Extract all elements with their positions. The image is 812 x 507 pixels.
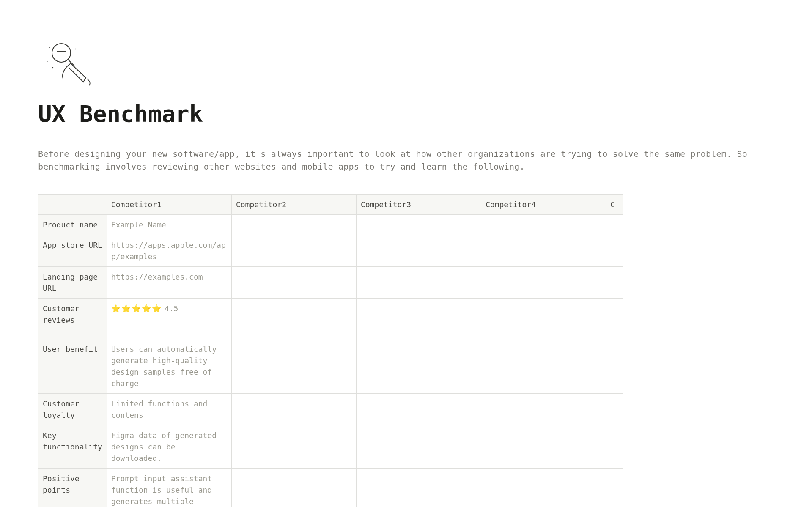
- benchmark-table: Competitor1 Competitor2 Competitor3 Comp…: [38, 194, 623, 507]
- cell[interactable]: [606, 425, 623, 469]
- rating-value: 4.5: [165, 304, 178, 313]
- page-intro: Before designing your new software/app, …: [38, 148, 774, 173]
- cell[interactable]: [606, 299, 623, 330]
- table-row: Landing page URL https://examples.com: [38, 267, 623, 299]
- cell[interactable]: [481, 299, 606, 330]
- cell[interactable]: [481, 425, 606, 469]
- svg-point-6: [52, 67, 53, 68]
- row-label[interactable]: App store URL: [38, 235, 107, 267]
- cell[interactable]: [606, 330, 623, 339]
- table-row: Customer loyalty Limited functions and c…: [38, 394, 623, 425]
- cell[interactable]: [356, 425, 481, 469]
- col-header-competitor4: Competitor4: [481, 195, 606, 215]
- cell[interactable]: Example Name: [107, 215, 231, 235]
- cell[interactable]: Figma data of generated designs can be d…: [107, 425, 231, 469]
- col-header-competitor1: Competitor1: [107, 195, 231, 215]
- table-row: Customer reviews ⭐⭐⭐⭐⭐4.5: [38, 299, 623, 330]
- svg-point-7: [47, 61, 48, 62]
- cell[interactable]: [356, 267, 481, 299]
- cell[interactable]: https://examples.com: [107, 267, 231, 299]
- cell[interactable]: [606, 215, 623, 235]
- cell[interactable]: [231, 299, 356, 330]
- page-icon: [38, 42, 774, 88]
- cell[interactable]: [231, 469, 356, 507]
- table-row: User benefit Users can automatically gen…: [38, 339, 623, 394]
- svg-point-0: [52, 44, 71, 62]
- row-label[interactable]: Customer reviews: [38, 299, 107, 330]
- cell[interactable]: [606, 394, 623, 425]
- table-row: App store URL https://apps.apple.com/app…: [38, 235, 623, 267]
- cell[interactable]: ⭐⭐⭐⭐⭐4.5: [107, 299, 231, 330]
- cell[interactable]: [606, 469, 623, 507]
- cell[interactable]: Limited functions and contens: [107, 394, 231, 425]
- cell[interactable]: [231, 339, 356, 394]
- cell[interactable]: [356, 330, 481, 339]
- cell[interactable]: [231, 267, 356, 299]
- page-title: UX Benchmark: [38, 101, 774, 127]
- cell[interactable]: [231, 330, 356, 339]
- cell[interactable]: [606, 235, 623, 267]
- benchmark-table-wrap: Competitor1 Competitor2 Competitor3 Comp…: [38, 194, 774, 507]
- cell[interactable]: [107, 330, 231, 339]
- cell[interactable]: [481, 469, 606, 507]
- cell[interactable]: [356, 394, 481, 425]
- table-row: Positive points Prompt input assistant f…: [38, 469, 623, 507]
- cell[interactable]: [481, 330, 606, 339]
- col-header-competitor5: C: [606, 195, 623, 215]
- cell[interactable]: [606, 267, 623, 299]
- cell[interactable]: [231, 215, 356, 235]
- cell[interactable]: [231, 394, 356, 425]
- table-row: Key functionality Figma data of generate…: [38, 425, 623, 469]
- svg-point-4: [49, 47, 50, 48]
- cell[interactable]: [481, 215, 606, 235]
- star-icon: ⭐⭐⭐⭐⭐: [111, 304, 162, 313]
- cell[interactable]: [231, 425, 356, 469]
- cell[interactable]: [481, 267, 606, 299]
- row-label[interactable]: Key functionality: [38, 425, 107, 469]
- row-label[interactable]: Landing page URL: [38, 267, 107, 299]
- cell[interactable]: [481, 394, 606, 425]
- cell[interactable]: [481, 339, 606, 394]
- svg-line-3: [68, 60, 75, 66]
- cell[interactable]: [231, 235, 356, 267]
- cell[interactable]: [481, 235, 606, 267]
- cell[interactable]: https://apps.apple.com/app/examples: [107, 235, 231, 267]
- cell[interactable]: [356, 215, 481, 235]
- row-label[interactable]: Customer loyalty: [38, 394, 107, 425]
- row-label[interactable]: User benefit: [38, 339, 107, 394]
- cell[interactable]: [356, 469, 481, 507]
- table-row: Product name Example Name: [38, 215, 623, 235]
- cell[interactable]: Users can automatically generate high-qu…: [107, 339, 231, 394]
- svg-point-5: [75, 49, 76, 49]
- col-header-blank: [38, 195, 107, 215]
- cell[interactable]: [356, 339, 481, 394]
- cell[interactable]: Prompt input assistant function is usefu…: [107, 469, 231, 507]
- col-header-competitor3: Competitor3: [356, 195, 481, 215]
- cell[interactable]: [356, 235, 481, 267]
- row-label[interactable]: [38, 330, 107, 339]
- table-row: [38, 330, 623, 339]
- cell[interactable]: [356, 299, 481, 330]
- cell[interactable]: [606, 339, 623, 394]
- row-label[interactable]: Product name: [38, 215, 107, 235]
- col-header-competitor2: Competitor2: [231, 195, 356, 215]
- row-label[interactable]: Positive points: [38, 469, 107, 507]
